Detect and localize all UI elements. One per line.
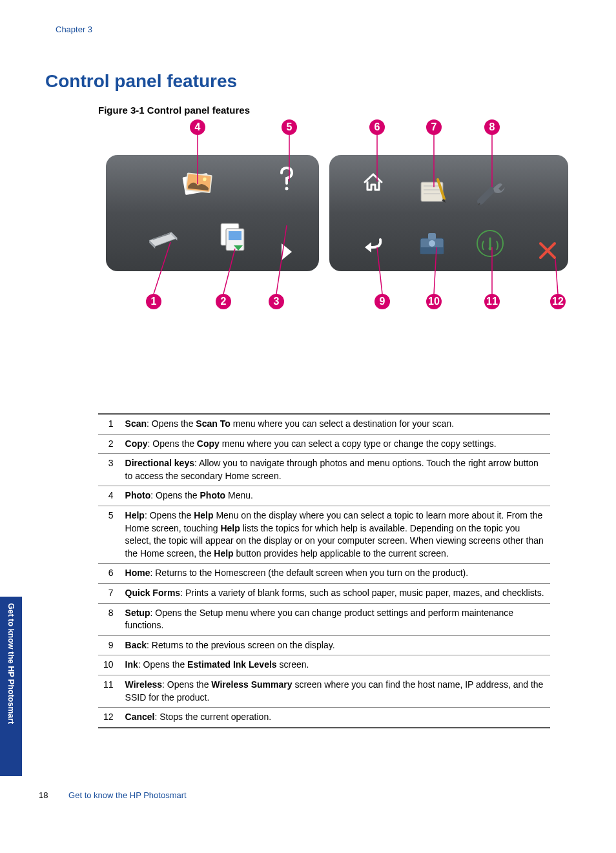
table-row: 8Setup: Opens the Setup menu where you c… [98,603,550,635]
callout-marker-8: 8 [484,119,500,135]
row-number: 8 [98,603,120,635]
row-description: Cancel: Stops the current operation. [120,708,550,728]
row-description: Setup: Opens the Setup menu where you ca… [120,603,550,635]
row-description: Photo: Opens the Photo Menu. [120,486,550,506]
callout-marker-9: 9 [375,294,390,309]
row-number: 3 [98,454,120,486]
callout-marker-7: 7 [426,119,442,135]
row-number: 12 [98,708,120,728]
row-number: 4 [98,486,120,506]
table-row: 7Quick Forms: Prints a variety of blank … [98,583,550,603]
row-description: Back: Returns to the previous screen on … [120,635,550,655]
callout-marker-10: 10 [426,294,442,309]
table-row: 2Copy: Opens the Copy menu where you can… [98,434,550,454]
table-row: 11Wireless: Opens the Wireless Summary s… [98,675,550,707]
row-number: 11 [98,675,120,707]
svg-line-7 [276,225,287,294]
svg-line-8 [377,247,382,294]
footer-text: Get to know the HP Photosmart [68,790,187,800]
chapter-header: Chapter 3 [56,25,92,34]
table-row: 1Scan: Opens the Scan To menu where you … [98,414,550,434]
callout-marker-12: 12 [550,294,566,309]
leader-lines [98,119,570,313]
table-row: 9Back: Returns to the previous screen on… [98,635,550,655]
row-description: Directional keys: Allow you to navigate … [120,454,550,486]
row-description: Help: Opens the Help Menu on the display… [120,506,550,563]
svg-line-5 [154,242,170,294]
row-description: Home: Returns to the Homescreen (the def… [120,564,550,584]
figure-diagram: 4 5 6 7 8 1 2 3 9 10 11 12 [98,119,570,313]
callout-marker-6: 6 [369,119,385,135]
callout-marker-3: 3 [269,294,284,309]
row-description: Quick Forms: Prints a variety of blank f… [120,583,550,603]
page-number: 18 [39,790,48,800]
figure-caption: Figure 3-1 Control panel features [98,105,250,116]
table-row: 3Directional keys: Allow you to navigate… [98,454,550,486]
row-description: Scan: Opens the Scan To menu where you c… [120,414,550,434]
callout-marker-1: 1 [146,294,161,309]
row-number: 9 [98,635,120,655]
page-heading: Control panel features [45,71,237,92]
row-number: 10 [98,655,120,675]
svg-line-11 [555,259,558,294]
row-number: 2 [98,434,120,454]
row-description: Ink: Opens the Estimated Ink Levels scre… [120,655,550,675]
row-description: Copy: Opens the Copy menu where you can … [120,434,550,454]
callout-marker-2: 2 [216,294,231,309]
callout-marker-5: 5 [282,119,297,135]
row-number: 6 [98,564,120,584]
row-number: 1 [98,414,120,434]
row-number: 5 [98,506,120,563]
svg-line-9 [434,247,436,294]
table-row: 6Home: Returns to the Homescreen (the de… [98,564,550,584]
table-row: 12Cancel: Stops the current operation. [98,708,550,728]
feature-table: 1Scan: Opens the Scan To menu where you … [98,413,550,728]
table-row: 4Photo: Opens the Photo Menu. [98,486,550,506]
callout-marker-11: 11 [484,294,500,309]
callout-marker-4: 4 [190,119,205,135]
row-number: 7 [98,583,120,603]
row-description: Wireless: Opens the Wireless Summary scr… [120,675,550,707]
side-tab: Get to know the HP Photosmart [0,597,22,776]
svg-line-6 [223,249,235,294]
page-footer: 18 Get to know the HP Photosmart [39,790,187,800]
table-row: 10Ink: Opens the Estimated Ink Levels sc… [98,655,550,675]
table-row: 5Help: Opens the Help Menu on the displa… [98,506,550,563]
